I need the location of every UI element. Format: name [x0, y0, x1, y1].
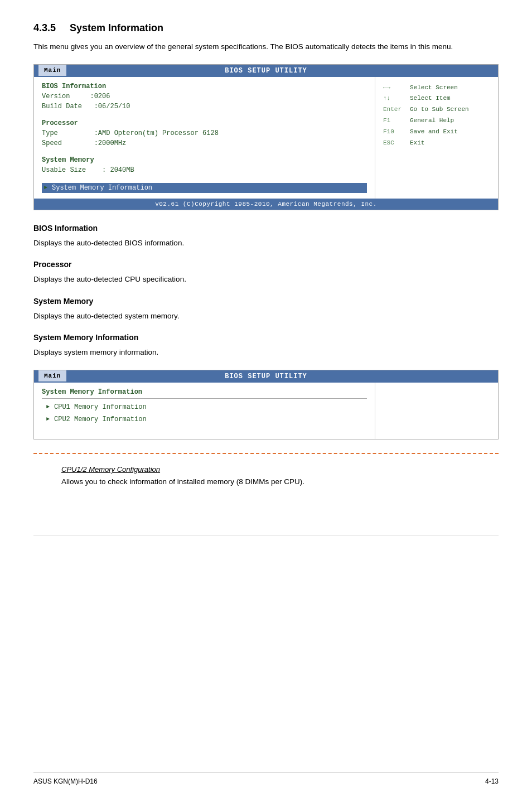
bios-info-heading: BIOS Information	[33, 224, 499, 234]
sys-memory-title: System Memory	[42, 156, 367, 164]
system-memory-heading: System Memory	[33, 297, 499, 307]
bios-information-section: BIOS Information Displays the auto-detec…	[33, 224, 499, 249]
key-help-row-2: Enter Go to Sub Screen	[383, 104, 490, 115]
sys-memory-info-section-2: System Memory Information ► CPU1 Memory …	[42, 388, 367, 426]
usable-size-label: Usable Size	[42, 166, 86, 174]
system-memory-section-text: System Memory Displays the auto-detected…	[33, 297, 499, 322]
bios-info-title: BIOS Information	[42, 83, 367, 90]
footer-page-number: 4-13	[485, 777, 499, 785]
dashed-divider	[33, 453, 499, 454]
sys-memory-info-menu-item[interactable]: ► System Memory Information	[42, 183, 367, 193]
footer-divider	[33, 535, 499, 535]
bios-builddate-row: Build Date :06/25/10	[42, 102, 367, 112]
processor-type-row: Type :AMD Opteron(tm) Processor 6128	[42, 128, 367, 138]
version-label: Version	[42, 93, 70, 100]
sys-memory-section: System Memory Usable Size : 2040MB	[42, 156, 367, 175]
key-label-f10: F10	[383, 127, 405, 138]
type-label: Type	[42, 129, 58, 137]
processor-heading: Processor	[33, 260, 499, 270]
key-help-panel: ←→ Select Screen ↑↓ Select Item Enter Go…	[383, 83, 490, 149]
usable-size-row: Usable Size : 2040MB	[42, 165, 367, 175]
cpu-config-label: CPU1/2 Memory Configuration	[61, 465, 499, 474]
bios-header-2: Main BIOS SETUP UTILITY	[34, 370, 498, 383]
processor-section-text: Processor Displays the auto-detected CPU…	[33, 260, 499, 286]
section-title: 4.3.5 System Information	[33, 22, 499, 34]
bios-footer-1: v02.61 (C)Copyright 1985-2010, American …	[34, 199, 498, 210]
bios-setup-screen-2: Main BIOS SETUP UTILITY System Memory In…	[33, 370, 499, 439]
bios-tab-main-2: Main	[38, 370, 66, 381]
build-date-value: :06/25/10	[94, 103, 130, 110]
key-help-row-1: ↑↓ Select Item	[383, 93, 490, 104]
bios-info-section: BIOS Information Version :0206 Build Dat…	[42, 83, 367, 112]
bios-setup-screen-1: Main BIOS SETUP UTILITY BIOS Information…	[33, 64, 499, 210]
system-memory-text: Displays the auto-detected system memory…	[33, 310, 499, 322]
key-help-row-5: ESC Exit	[383, 138, 490, 149]
processor-title: Processor	[42, 119, 367, 127]
cpu-config-note: CPU1/2 Memory Configuration Allows you t…	[33, 461, 499, 490]
system-memory-info-text: Displays system memory information.	[33, 346, 499, 359]
version-value: :0206	[90, 93, 110, 100]
key-help-row-4: F10 Save and Exit	[383, 127, 490, 138]
cpu1-memory-item[interactable]: ► CPU1 Memory Information	[42, 401, 367, 413]
processor-text: Displays the auto-detected CPU specifica…	[33, 273, 499, 286]
sys-memory-info-label: System Memory Information	[52, 184, 152, 192]
key-desc-f1: General Help	[410, 115, 454, 127]
bios-left-panel-2: System Memory Information ► CPU1 Memory …	[34, 383, 375, 439]
processor-speed-row: Speed :2000MHz	[42, 138, 367, 148]
processor-section: Processor Type :AMD Opteron(tm) Processo…	[42, 119, 367, 148]
bios-header-1: Main BIOS SETUP UTILITY	[34, 65, 498, 77]
system-memory-info-section-text: System Memory Information Displays syste…	[33, 333, 499, 359]
bios-right-panel-2	[375, 383, 498, 439]
key-desc-enter: Go to Sub Screen	[410, 104, 469, 115]
cpu1-arrow-icon: ►	[46, 404, 50, 410]
key-desc-lr: Select Screen	[410, 83, 458, 94]
section-number: 4.3.5	[33, 22, 56, 33]
bios-header-title-2: BIOS SETUP UTILITY	[225, 373, 307, 380]
key-desc-ud: Select Item	[410, 93, 451, 104]
menu-arrow-icon: ►	[44, 185, 47, 191]
bios-version-row: Version :0206	[42, 91, 367, 102]
page-footer: ASUS KGN(M)H-D16 4-13	[33, 772, 499, 785]
speed-label: Speed	[42, 139, 62, 147]
key-help-row-0: ←→ Select Screen	[383, 83, 490, 94]
key-label-ud: ↑↓	[383, 93, 405, 104]
bios-info-text: Displays the auto-detected BIOS informat…	[33, 237, 499, 249]
key-label-f1: F1	[383, 115, 405, 127]
system-memory-info-heading: System Memory Information	[33, 333, 499, 343]
key-help-row-3: F1 General Help	[383, 115, 490, 127]
build-date-label: Build Date	[42, 103, 82, 110]
type-value: :AMD Opteron(tm) Processor 6128	[94, 129, 219, 137]
bios-left-panel-1: BIOS Information Version :0206 Build Dat…	[34, 77, 375, 199]
bios-header-title-1: BIOS SETUP UTILITY	[225, 67, 307, 75]
key-label-lr: ←→	[383, 83, 405, 94]
section-heading-text: System Information	[70, 22, 163, 33]
bios-right-panel-1: ←→ Select Screen ↑↓ Select Item Enter Go…	[375, 77, 498, 199]
key-label-esc: ESC	[383, 138, 405, 149]
sys-memory-info-title-2: System Memory Information	[42, 388, 367, 396]
cpu-config-text: Allows you to check information of insta…	[61, 477, 304, 486]
cpu2-memory-item[interactable]: ► CPU2 Memory Information	[42, 413, 367, 426]
footer-product-name: ASUS KGN(M)H-D16	[33, 777, 98, 785]
cpu1-memory-label: CPU1 Memory Information	[54, 403, 147, 411]
key-desc-f10: Save and Exit	[410, 127, 458, 138]
key-label-enter: Enter	[383, 104, 405, 115]
usable-size-value: : 2040MB	[102, 166, 134, 174]
cpu2-memory-label: CPU2 Memory Information	[54, 416, 147, 423]
key-desc-esc: Exit	[410, 138, 424, 149]
bios-tab-main-1: Main	[38, 65, 66, 76]
intro-paragraph: This menu gives you an overview of the g…	[33, 41, 499, 53]
speed-value: :2000MHz	[94, 139, 127, 147]
cpu2-arrow-icon: ►	[46, 416, 50, 422]
